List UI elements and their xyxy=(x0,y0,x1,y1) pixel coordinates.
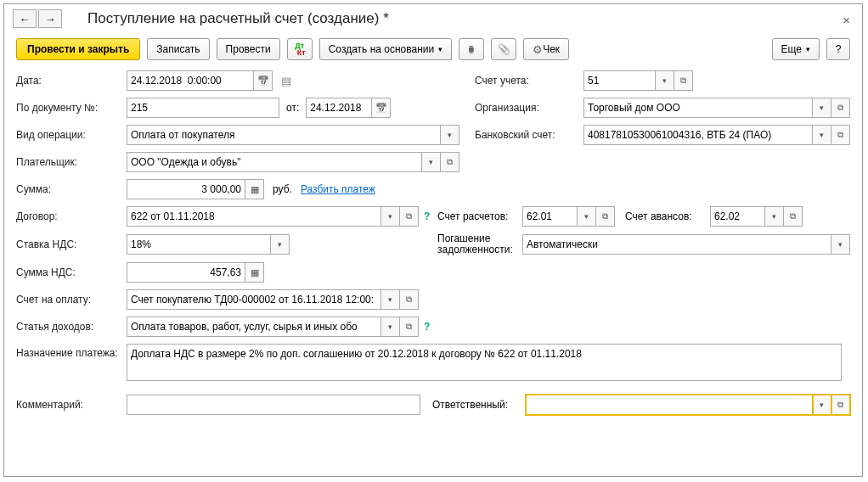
dropdown-icon[interactable] xyxy=(813,395,831,415)
close-icon[interactable]: × xyxy=(843,13,850,27)
dropdown-icon[interactable] xyxy=(441,125,459,145)
date-input[interactable] xyxy=(127,70,254,91)
contract-input[interactable] xyxy=(127,206,381,227)
calculator-icon[interactable] xyxy=(245,179,264,199)
docnum-input[interactable] xyxy=(127,98,279,118)
bankacc-label: Банковский счет: xyxy=(475,129,583,141)
from-label: от: xyxy=(286,102,299,114)
payer-input[interactable] xyxy=(127,152,422,172)
save-button[interactable]: Записать xyxy=(147,38,209,60)
settleacc-label: Счет расчетов: xyxy=(437,210,522,222)
vatsum-input[interactable] xyxy=(127,262,245,283)
responsible-input[interactable] xyxy=(526,395,813,415)
open-icon[interactable] xyxy=(831,125,850,145)
purpose-textarea[interactable]: Доплата НДС в размере 2% по доп. соглаше… xyxy=(127,344,842,381)
bankacc-input[interactable] xyxy=(583,125,813,145)
help-icon[interactable]: ? xyxy=(424,210,430,222)
dropdown-icon[interactable] xyxy=(381,206,400,227)
rub-label: руб. xyxy=(273,183,292,195)
dropdown-icon[interactable] xyxy=(813,98,831,118)
more-button[interactable]: Еще ▾ xyxy=(772,38,820,60)
advanceacc-input[interactable] xyxy=(710,206,765,227)
dropdown-icon[interactable] xyxy=(656,70,674,91)
comment-input[interactable] xyxy=(127,395,420,415)
create-based-button[interactable]: Создать на основании ▾ xyxy=(319,38,453,60)
sum-label: Сумма: xyxy=(16,183,127,195)
vatsum-label: Сумма НДС: xyxy=(16,266,127,278)
open-icon[interactable] xyxy=(831,395,850,415)
income-label: Статья доходов: xyxy=(16,321,127,333)
invoice-input[interactable] xyxy=(127,289,381,310)
help-icon[interactable]: ? xyxy=(424,321,430,333)
open-icon[interactable] xyxy=(784,206,803,227)
invoice-label: Счет на оплату: xyxy=(16,294,127,305)
payer-label: Плательщик: xyxy=(16,156,127,168)
vatrate-label: Ставка НДС: xyxy=(16,238,127,250)
dropdown-icon[interactable] xyxy=(578,206,596,227)
structure-button[interactable] xyxy=(459,38,484,60)
split-payment-link[interactable]: Разбить платеж xyxy=(301,183,375,195)
account-input[interactable] xyxy=(583,70,656,91)
help-button[interactable]: ? xyxy=(826,38,850,60)
account-label: Счет учета: xyxy=(475,75,583,87)
dropdown-icon[interactable] xyxy=(813,125,831,145)
dropdown-icon[interactable] xyxy=(271,234,290,255)
dropdown-icon[interactable] xyxy=(765,206,784,227)
open-icon[interactable] xyxy=(400,317,419,337)
check-label: Чек xyxy=(543,43,560,55)
responsible-label: Ответственный: xyxy=(432,399,526,411)
optype-input[interactable] xyxy=(127,125,441,145)
docnum-label: По документу №: xyxy=(16,102,127,114)
open-icon[interactable] xyxy=(400,206,419,227)
calculator-icon[interactable] xyxy=(245,262,264,283)
calendar-icon[interactable] xyxy=(254,70,273,91)
dropdown-icon[interactable] xyxy=(381,317,400,337)
docdate-input[interactable] xyxy=(306,98,372,118)
comment-label: Комментарий: xyxy=(16,399,127,411)
dtkt-button[interactable]: ДтКт xyxy=(287,38,313,60)
contract-label: Договор: xyxy=(16,210,127,222)
dropdown-icon[interactable] xyxy=(381,289,400,310)
back-button[interactable]: ← xyxy=(13,9,37,28)
calendar-icon[interactable] xyxy=(372,98,391,118)
forward-button[interactable]: → xyxy=(38,9,62,28)
debt-label: Погашение задолженности: xyxy=(437,233,522,255)
optype-label: Вид операции: xyxy=(16,129,127,141)
org-input[interactable] xyxy=(583,98,813,118)
gear-icon xyxy=(533,43,543,56)
date-label: Дата: xyxy=(16,75,127,87)
settleacc-input[interactable] xyxy=(522,206,578,227)
open-icon[interactable] xyxy=(596,206,615,227)
open-icon[interactable] xyxy=(674,70,693,91)
sum-input[interactable] xyxy=(127,179,245,199)
create-based-label: Создать на основании xyxy=(329,43,435,55)
dropdown-icon[interactable] xyxy=(831,234,850,255)
advanceacc-label: Счет авансов: xyxy=(625,210,710,222)
income-input[interactable] xyxy=(127,317,381,337)
more-label: Еще xyxy=(781,43,802,55)
post-button[interactable]: Провести xyxy=(217,38,280,60)
check-button[interactable]: Чек xyxy=(523,38,569,60)
doc-status-icon: ▤ xyxy=(281,75,291,87)
vatrate-input[interactable] xyxy=(127,234,271,255)
attach-button[interactable] xyxy=(491,38,516,60)
purpose-label: Назначение платежа: xyxy=(16,344,127,359)
open-icon[interactable] xyxy=(400,289,419,310)
debt-input[interactable] xyxy=(522,234,831,255)
page-title: Поступление на расчетный счет (создание)… xyxy=(87,10,389,27)
post-and-close-button[interactable]: Провести и закрыть xyxy=(16,38,140,60)
dropdown-icon[interactable] xyxy=(422,152,441,172)
open-icon[interactable] xyxy=(831,98,850,118)
org-label: Организация: xyxy=(475,102,583,114)
open-icon[interactable] xyxy=(441,152,459,172)
